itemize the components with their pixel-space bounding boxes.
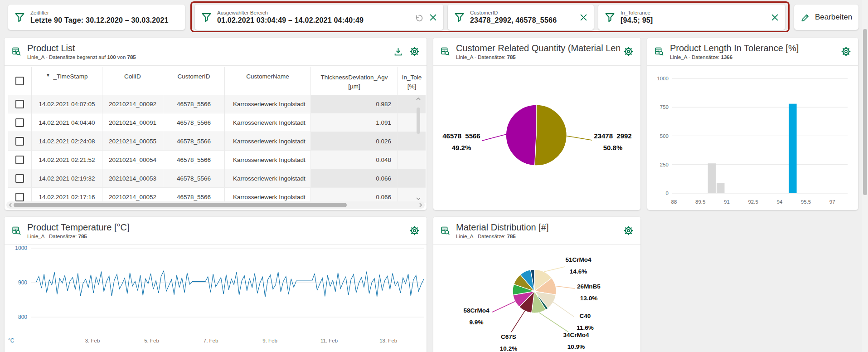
panel-product-list: Product List Linie_A - Datensätze begren… [5,38,427,210]
panel-customer-quantity: Customer Related Quantity (Material Len … [433,38,640,210]
temperature-line-chart[interactable]: 10009008003. Feb5. Feb7. Feb9. Feb11. Fe… [5,246,427,352]
histogram-bar[interactable] [708,163,716,193]
panel-subtitle: Linie_A - Datensätze: 785 [456,54,620,60]
gear-icon[interactable] [624,226,633,235]
edit-button[interactable]: Bearbeiten [794,5,858,30]
table-search-icon [441,47,450,56]
pie-label-pct: 14.6% [570,268,587,275]
cell-coil-id: 20210214_00091 [102,113,163,132]
y-tick-label: 900 [18,279,27,286]
pie-label-line [544,267,565,272]
cell-customer-id: 46578_5566 [163,169,225,187]
table-row[interactable]: 14.02.2021 02:19:3220210214_0005346578_5… [8,169,426,188]
x-tick-label: 7. Feb [204,338,218,343]
vertical-scrollbar[interactable] [414,96,423,202]
close-icon[interactable] [771,14,779,21]
filter-icon [454,12,465,23]
row-checkbox[interactable] [8,151,32,169]
pie-label-line [482,134,506,141]
cell-coil-id: 20210214_00052 [102,188,163,203]
horizontal-scrollbar-thumb[interactable] [14,203,347,207]
vertical-scrollbar-thumb[interactable] [417,108,420,134]
cell-thickness-deviation: 0.026 [311,132,398,150]
cell-thickness-deviation: 0.048 [311,151,398,169]
pencil-icon [800,12,810,22]
y-tick-label: 0 [666,191,669,196]
panel-subtitle: Linie_A - Datensätze: 785 [456,234,620,239]
row-checkbox[interactable] [8,113,32,132]
table-row[interactable]: 14.02.2021 04:07:0520210214_0009246578_5… [8,95,426,113]
panel-subtitle: Linie_A - Datensätze: 1366 [670,54,838,60]
filter-chip-in-tolerance[interactable]: In_Tolerance [94.5; 95] [598,5,785,30]
tolerance-histogram[interactable]: 025050075010008889.59192.59495.597 [647,67,858,210]
gear-icon[interactable] [624,47,633,56]
cell-customer-name: Karrosseriewerk Ingolstadt [225,113,311,132]
customer-pie-chart[interactable]: 23478_299250.8%46578_556649.2% [433,67,640,210]
pie-label-line [553,302,574,317]
panel-title: Product Length In Tolerance [%] [670,43,838,54]
cell-thickness-deviation: 1.091 [311,113,398,132]
cell-customer-id: 46578_5566 [163,132,225,150]
pie-label-line [539,313,568,332]
panel-subtitle: Linie_A - Datensätze begrenzt auf 100 vo… [27,54,390,60]
row-checkbox[interactable] [8,188,32,203]
column-header-coil-id[interactable]: CoilID [102,67,163,95]
table-row[interactable]: 14.02.2021 02:17:1620210214_0005246578_5… [8,188,426,203]
filter-chip-customerid[interactable]: CustomerID 23478_2992, 46578_5566 [448,5,594,30]
horizontal-scrollbar[interactable] [6,201,425,209]
pie-label: 58CrMo4 [463,307,490,314]
panel-material-distribution: Material Distribution [#] Linie_A - Date… [433,217,640,352]
dashboard-page: Zeitfilter Letzte 90 Tage: 30.12.2020 – … [0,0,868,352]
chip-label: In_Tolerance [621,10,653,15]
scroll-down-icon[interactable] [415,196,422,202]
close-icon[interactable] [429,14,437,21]
column-header-thickness-deviation[interactable]: ThicknessDeviation_Agv[µm] [311,67,398,95]
cell-timestamp: 14.02.2021 02:17:16 [32,188,102,203]
table-search-icon [441,226,450,235]
close-icon[interactable] [580,14,587,21]
cell-timestamp: 14.02.2021 04:07:05 [32,95,102,113]
page-scrollbar-thumb[interactable] [863,29,867,195]
histogram-bar[interactable] [789,104,796,193]
row-checkbox[interactable] [8,132,32,150]
x-tick-label: 5. Feb [144,338,159,343]
column-header-in-tolerance[interactable]: In_Tole[%] [398,67,426,95]
gear-icon[interactable] [841,47,851,56]
y-tick-label: 750 [660,104,669,110]
filter-chip-zeitfilter[interactable]: Zeitfilter Letzte 90 Tage: 30.12.2020 – … [8,5,185,30]
select-all-checkbox[interactable] [8,67,32,95]
panel-temperature: Product Temperature [°C] Linie_A - Daten… [5,217,427,352]
pie-label-pct: 11.6% [577,324,594,331]
table-row[interactable]: 14.02.2021 02:24:0820210214_0005546578_5… [8,132,426,151]
material-pie-chart[interactable]: 51CrMo414.6%26MnB513.0%C4011.6%34CrMo410… [433,246,640,352]
table-row[interactable]: 14.02.2021 04:04:4020210214_0009146578_5… [8,113,426,132]
pie-slice[interactable] [535,105,567,166]
column-header-customer-id[interactable]: CustomerID [163,67,225,95]
histogram-bar[interactable] [717,183,724,193]
row-checkbox[interactable] [8,95,32,113]
chip-label: Ausgewählter Bereich [217,10,364,15]
gear-icon[interactable] [410,47,419,56]
row-checkbox[interactable] [8,169,32,187]
page-scrollbar[interactable] [862,0,868,352]
y-tick-label: 500 [660,133,669,139]
column-header-timestamp[interactable]: ▼_TimeStamp [32,67,102,95]
temperature-series[interactable] [36,271,424,297]
scroll-left-icon[interactable] [7,202,14,208]
x-tick-label: 88 [671,199,677,205]
undo-icon[interactable] [414,13,423,22]
pie-label-line [492,302,515,313]
scroll-up-icon[interactable] [415,96,422,102]
pie-slice[interactable] [506,105,536,166]
chip-value: 01.02.2021 03:04:49 – 14.02.2021 04:40:4… [217,16,364,24]
x-tick-label: 92.5 [748,199,758,205]
table-search-icon [12,47,21,56]
pie-label-pct: 9.9% [470,319,484,326]
gear-icon[interactable] [410,226,419,235]
x-tick-label: 91 [724,199,730,205]
table-row[interactable]: 14.02.2021 02:21:5220210214_0005446578_5… [8,151,426,169]
download-icon[interactable] [393,47,403,56]
scroll-right-icon[interactable] [417,202,424,208]
filter-chip-ausgewaehlter-bereich[interactable]: Ausgewählter Bereich 01.02.2021 03:04:49… [195,5,443,30]
column-header-customer-name[interactable]: CustomerName [225,67,311,95]
